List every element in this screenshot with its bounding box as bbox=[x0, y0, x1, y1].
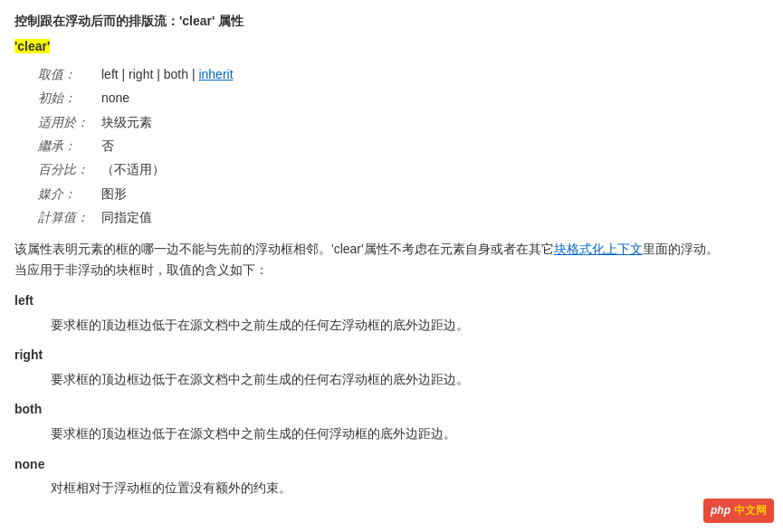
prop-name-computed: 計算值： bbox=[33, 205, 96, 229]
prop-name-applies: 适用於： bbox=[33, 110, 96, 134]
clear-highlight-label: 'clear' bbox=[14, 39, 50, 53]
value-none-desc: 对框相对于浮动框的位置没有额外的约束。 bbox=[51, 478, 769, 499]
prop-name-initial: 初始： bbox=[33, 86, 96, 109]
php-badge: php 中文网 bbox=[703, 499, 774, 523]
prop-name-value: 取值： bbox=[33, 62, 96, 86]
prop-val-inherit: 否 bbox=[96, 134, 239, 157]
value-right-section: right 要求框的顶边框边低于在源文档中之前生成的任何右浮动框的底外边距边。 bbox=[14, 345, 769, 390]
prop-val-value: left | right | both | inherit bbox=[96, 62, 239, 86]
block-format-link[interactable]: 块格式化上下文 bbox=[554, 242, 643, 256]
inherit-link[interactable]: inherit bbox=[198, 67, 233, 81]
prop-val-applies: 块级元素 bbox=[96, 110, 239, 134]
value-none-header: none bbox=[14, 454, 769, 474]
table-row: 計算值： 同指定值 bbox=[33, 205, 239, 229]
desc-text-1: 该属性表明元素的框的哪一边不能与先前的浮动框相邻。'clear'属性不考虑在元素… bbox=[14, 242, 554, 256]
clear-label-row: 'clear' bbox=[14, 36, 769, 56]
prop-name-inherit: 繼承： bbox=[33, 134, 96, 157]
value-both-section: both 要求框的顶边框边低于在源文档中之前生成的任何浮动框的底外边距边。 bbox=[14, 399, 769, 444]
prop-name-percent: 百分比： bbox=[33, 157, 96, 181]
prop-name-media: 媒介： bbox=[33, 182, 96, 205]
cn-badge-text: 中文网 bbox=[734, 502, 767, 519]
prop-val-computed: 同指定值 bbox=[96, 205, 239, 229]
prop-val-initial: none bbox=[96, 86, 239, 109]
prop-val-percent: （不适用） bbox=[96, 157, 239, 181]
value-right-header: right bbox=[14, 345, 769, 365]
prop-val-media: 图形 bbox=[96, 182, 239, 205]
main-description: 该属性表明元素的框的哪一边不能与先前的浮动框相邻。'clear'属性不考虑在元素… bbox=[14, 239, 769, 282]
property-table: 取值： left | right | both | inherit 初始： no… bbox=[33, 62, 239, 230]
page-container: 控制跟在浮动后而的排版流：'clear' 属性 'clear' 取值： left… bbox=[14, 11, 769, 499]
table-row: 适用於： 块级元素 bbox=[33, 110, 239, 134]
value-left-header: left bbox=[14, 290, 769, 310]
table-row: 取值： left | right | both | inherit bbox=[33, 62, 239, 86]
title-text: 控制跟在浮动后而的排版流：'clear' 属性 bbox=[14, 14, 243, 28]
table-row: 繼承： 否 bbox=[33, 134, 239, 157]
value-both-desc: 要求框的顶边框边低于在源文档中之前生成的任何浮动框的底外边距边。 bbox=[51, 423, 769, 445]
desc-text-2: 里面的浮动。 bbox=[643, 242, 719, 256]
value-both-header: both bbox=[14, 399, 769, 419]
value-left-desc: 要求框的顶边框边低于在源文档中之前生成的任何左浮动框的底外边距边。 bbox=[51, 315, 769, 337]
value-left-section: left 要求框的顶边框边低于在源文档中之前生成的任何左浮动框的底外边距边。 bbox=[14, 290, 769, 336]
value-none-section: none 对框相对于浮动框的位置没有额外的约束。 bbox=[14, 454, 769, 499]
php-badge-text: php bbox=[711, 502, 730, 519]
table-row: 百分比： （不适用） bbox=[33, 157, 239, 181]
value-right-desc: 要求框的顶边框边低于在源文档中之前生成的任何右浮动框的底外边距边。 bbox=[51, 369, 769, 391]
desc-text-3: 当应用于非浮动的块框时，取值的含义如下： bbox=[14, 262, 268, 277]
table-row: 媒介： 图形 bbox=[33, 182, 239, 205]
page-title: 控制跟在浮动后而的排版流：'clear' 属性 bbox=[14, 11, 769, 31]
table-row: 初始： none bbox=[33, 86, 239, 109]
